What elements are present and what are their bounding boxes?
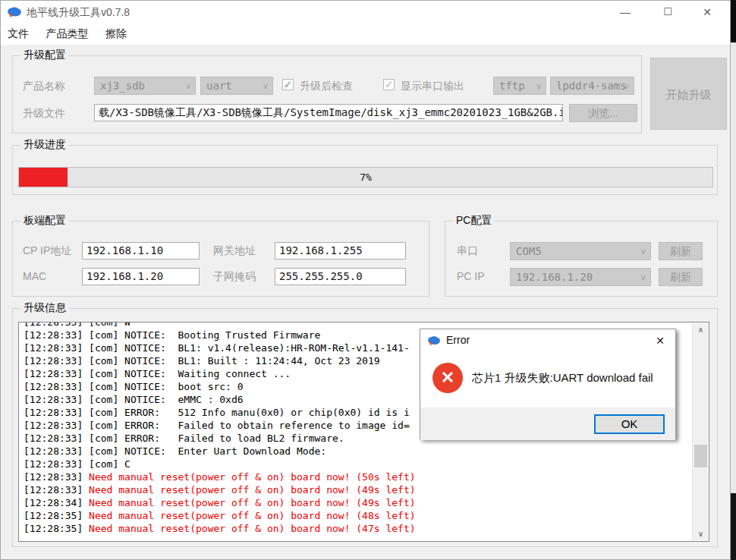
cp-ip-label: CP IP地址 (23, 244, 71, 258)
mac-label: MAC (23, 270, 46, 282)
board-config-title: 板端配置 (20, 214, 69, 228)
check-after-upgrade-label: 升级后检查 (300, 80, 353, 93)
app-logo-icon (7, 5, 22, 19)
chevron-down-icon: ∨ (263, 77, 269, 94)
product-name-label: 产品名称 (23, 80, 65, 93)
pc-ip-value: 192.168.1.20 (516, 271, 593, 283)
error-dialog-titlebar: Error ✕ (420, 329, 675, 352)
progress-group: 升级进度 7% (12, 145, 718, 195)
board-config-group: 板端配置 CP IP地址 192.168.1.10 网关地址 192.168.1… (12, 221, 429, 297)
error-dialog-close-icon[interactable]: ✕ (645, 329, 675, 352)
app-window: 地平线升级工具v0.7.8 — ☐ ✕ 文件 产品类型 擦除 升级配置 产品名称… (0, 0, 731, 560)
desktop-edge-top (731, 0, 736, 42)
ddr-select-value: lpddr4-sams (556, 80, 627, 92)
scroll-down-icon[interactable]: ∨ (693, 527, 709, 540)
log-line: [12:28:35] Need manual reset(power off &… (24, 509, 690, 522)
log-group-title: 升级信息 (20, 301, 69, 315)
menu-erase[interactable]: 擦除 (99, 24, 134, 45)
chevron-down-icon: ∨ (536, 77, 542, 94)
chevron-down-icon: ∨ (640, 243, 646, 260)
upgrade-file-label: 升级文件 (23, 107, 65, 121)
gateway-input[interactable]: 192.168.1.255 (275, 242, 406, 260)
log-line: [12:28:35] Need manual reset(power off &… (24, 522, 690, 535)
log-line: [12:28:33] Need manual reset(power off &… (24, 483, 690, 496)
ok-button[interactable]: OK (594, 414, 665, 434)
desktop-edge-bottom (731, 493, 736, 560)
chevron-down-icon: ∨ (185, 77, 191, 94)
pc-ip-select[interactable]: 192.168.1.20 ∨ (510, 268, 651, 286)
ddr-select[interactable]: lpddr4-sams ∨ (550, 77, 634, 95)
progress-group-title: 升级进度 (20, 138, 69, 152)
serial-port-select[interactable]: COM5 ∨ (510, 242, 651, 260)
error-icon: ✕ (432, 363, 463, 393)
minimize-button[interactable]: — (609, 1, 642, 24)
app-logo-icon (427, 335, 441, 347)
protocol-select[interactable]: tftp ∨ (493, 77, 546, 95)
log-scrollbar[interactable]: ∧ ∨ (692, 323, 708, 540)
upgrade-config-group: 升级配置 产品名称 xj3_sdb ∨ uart ∨ ✓ 升级后检查 ✓ 显示串… (12, 55, 642, 134)
refresh-pc-ip-button[interactable]: 刷新 (659, 268, 703, 286)
menubar: 文件 产品类型 擦除 (1, 24, 730, 45)
interface-select[interactable]: uart ∨ (200, 77, 273, 95)
menu-file[interactable]: 文件 (1, 24, 36, 45)
upgrade-file-input[interactable]: 载/X3-SDB镜像工具/X3-SDB镜像工具/SystemImage/disk… (94, 104, 563, 121)
serial-port-value: COM5 (516, 245, 542, 257)
error-dialog-body: ✕ 芯片1 升级失败:UART download fail (420, 352, 675, 407)
chevron-down-icon: ∨ (624, 77, 630, 94)
refresh-serial-button[interactable]: 刷新 (659, 242, 703, 260)
log-line: [12:28:33] [com] NOTICE: Enter Uart Down… (24, 445, 690, 458)
cp-ip-input[interactable]: 192.168.1.10 (82, 242, 200, 260)
window-title: 地平线升级工具v0.7.8 (27, 6, 130, 20)
mac-input[interactable]: 192.168.1.20 (82, 268, 200, 285)
gateway-label: 网关地址 (213, 244, 256, 258)
pc-config-group: PC配置 串口 COM5 ∨ 刷新 PC IP 192.168.1.20 ∨ 刷… (445, 221, 718, 297)
start-upgrade-button[interactable]: 开始升级 (650, 58, 727, 130)
titlebar: 地平线升级工具v0.7.8 — ☐ ✕ (1, 1, 730, 24)
scroll-up-icon[interactable]: ∧ (693, 323, 709, 336)
error-message: 芯片1 升级失败:UART download fail (472, 371, 653, 385)
error-dialog-footer: OK (420, 407, 675, 440)
product-select[interactable]: xj3_sdb ∨ (94, 77, 196, 95)
error-dialog-title: Error (446, 334, 470, 346)
progress-percent: 7% (19, 171, 712, 183)
maximize-button[interactable]: ☐ (651, 1, 684, 24)
log-line: [12:28:33] [com] W (24, 322, 690, 329)
log-line: [12:28:33] [com] C (24, 458, 690, 470)
browse-button[interactable]: 浏览... (569, 104, 637, 122)
upgrade-config-title: 升级配置 (20, 49, 69, 62)
progress-bar: 7% (18, 167, 713, 187)
pc-config-title: PC配置 (453, 214, 495, 228)
log-line: [12:28:33] Need manual reset(power off &… (24, 470, 690, 483)
product-select-value: xj3_sdb (100, 80, 145, 92)
log-line: [12:28:34] Need manual reset(power off &… (24, 496, 690, 509)
protocol-select-value: tftp (499, 80, 525, 92)
scrollbar-thumb[interactable] (694, 445, 707, 467)
subnet-mask-label: 子网掩码 (213, 270, 256, 284)
subnet-mask-input[interactable]: 255.255.255.0 (275, 268, 406, 285)
menu-product-type[interactable]: 产品类型 (39, 24, 95, 45)
close-button[interactable]: ✕ (690, 1, 724, 24)
chevron-down-icon: ∨ (640, 269, 646, 285)
interface-select-value: uart (206, 80, 232, 92)
check-after-upgrade-checkbox[interactable]: ✓ (282, 79, 294, 90)
serial-port-label: 串口 (457, 244, 478, 258)
desktop-edge-middle (731, 42, 736, 493)
pc-ip-label: PC IP (457, 270, 485, 282)
error-dialog: Error ✕ ✕ 芯片1 升级失败:UART download fail OK (420, 329, 676, 439)
show-serial-output-label: 显示串口输出 (401, 80, 464, 93)
show-serial-output-checkbox[interactable]: ✓ (383, 79, 395, 90)
